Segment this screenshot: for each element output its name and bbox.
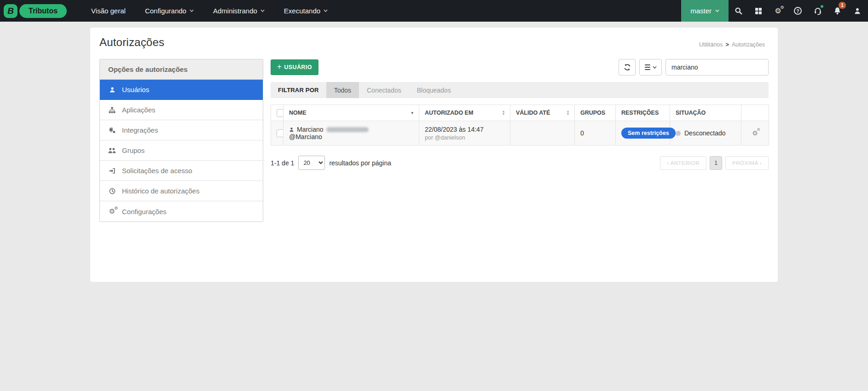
nav-label: Executando: [284, 7, 320, 15]
nav-visao-geral[interactable]: Visão geral: [81, 0, 135, 22]
refresh-button[interactable]: [619, 59, 636, 76]
user-menu-icon[interactable]: [847, 0, 867, 22]
cell-valido-ate: [510, 121, 575, 146]
online-status-dot: [820, 4, 824, 9]
apps-grid-icon[interactable]: [748, 0, 768, 22]
sidebar-item-grupos[interactable]: Grupos: [100, 140, 263, 161]
sidebar-item-label: Integrações: [122, 126, 158, 134]
breadcrumb: Utilitários>Autorizações: [699, 36, 769, 48]
cell-situacao: Desconectado: [670, 121, 741, 146]
restrictions-badge[interactable]: Sem restrições: [621, 128, 676, 139]
nav-executando[interactable]: Executando: [274, 0, 337, 22]
results-summary: 1-1 de 1: [271, 159, 294, 167]
sort-icon: ▴▾: [567, 110, 569, 116]
sidebar-item-label: Aplicações: [122, 106, 156, 114]
main-menu: Visão geral Configurando Administrando E…: [81, 0, 337, 22]
chevron-down-icon: [190, 9, 194, 12]
breadcrumb-separator: >: [725, 41, 729, 48]
sitemap-icon: [108, 107, 116, 113]
entity-selector-master[interactable]: master: [681, 0, 729, 22]
breadcrumb-parent[interactable]: Utilitários: [699, 41, 723, 48]
table-row: Marciano @Marciano 22/08/2023 às 14:47 p…: [271, 121, 769, 146]
entity-label: master: [690, 7, 712, 15]
cell-grupos: 0: [575, 121, 616, 146]
chevron-down-icon: [324, 9, 328, 12]
sidebar-item-label: Histórico de autorizações: [122, 187, 199, 195]
nav-administrando[interactable]: Administrando: [203, 0, 274, 22]
gears-icon: ⚙⚙: [752, 129, 758, 137]
page-size-select[interactable]: 20: [298, 156, 325, 170]
user-name: Marciano: [297, 126, 324, 133]
betha-logo-icon: B: [4, 4, 17, 18]
previous-page-button[interactable]: ‹ ANTERIOR: [660, 156, 706, 170]
notifications-bell-icon[interactable]: 1: [827, 0, 847, 22]
cell-nome: Marciano @Marciano: [284, 121, 419, 146]
column-header-restricoes: RESTRIÇÕES: [616, 105, 670, 121]
filter-tab-bloqueados[interactable]: Bloqueados: [409, 82, 459, 98]
app-logo[interactable]: B Tributos: [4, 4, 67, 18]
sort-desc-icon: ▾: [411, 111, 413, 115]
breadcrumb-current: Autorizações: [732, 41, 765, 48]
sidebar-item-label: Solicitações de acesso: [122, 167, 192, 175]
panel-header: Opções de autorizações: [100, 59, 263, 80]
nav-label: Configurando: [145, 7, 186, 15]
list-bars-icon: [645, 64, 650, 70]
page-title: Autorizações: [99, 36, 164, 49]
filter-tab-conectados[interactable]: Conectados: [359, 82, 409, 98]
history-clock-icon: [108, 188, 116, 194]
navbar-icon-group: ⚙⚙ ? 1: [729, 0, 868, 22]
filter-tab-todos[interactable]: Todos: [326, 82, 359, 98]
sidebar-item-aplicacoes[interactable]: Aplicações: [100, 100, 263, 120]
services-gear-icon[interactable]: ⚙⚙: [768, 0, 788, 22]
search-input[interactable]: [665, 59, 769, 76]
help-icon[interactable]: ?: [788, 0, 808, 22]
row-actions-button[interactable]: ⚙⚙: [741, 121, 769, 146]
users-main-area: + USUÁRIO: [271, 59, 769, 222]
users-group-icon: [108, 147, 116, 154]
page-number-button[interactable]: 1: [710, 156, 722, 170]
support-headset-icon[interactable]: [808, 0, 827, 22]
column-header-autorizado-em[interactable]: AUTORIZADO EM▴▾: [419, 105, 510, 121]
sidebar-item-configuracoes[interactable]: ⚙⚙ Configurações: [100, 201, 263, 222]
next-page-button[interactable]: PRÓXIMA ›: [725, 156, 769, 170]
user-icon: [108, 87, 116, 93]
sidebar-item-historico[interactable]: Histórico de autorizações: [100, 181, 263, 201]
list-options-button[interactable]: [639, 59, 662, 76]
column-header-nome[interactable]: NOME▾: [284, 105, 419, 121]
filter-bar: FILTRAR POR Todos Conectados Bloqueados: [271, 82, 769, 98]
plus-icon: +: [277, 62, 282, 71]
authorized-by: por @danielson: [425, 134, 504, 141]
column-header-actions: [741, 105, 769, 121]
top-navbar: B Tributos Visão geral Configurando Admi…: [0, 0, 868, 22]
cell-autorizado-em: 22/08/2023 às 14:47 por @danielson: [419, 121, 510, 146]
sidebar-item-solicitacoes[interactable]: Solicitações de acesso: [100, 161, 263, 181]
column-header-grupos: GRUPOS: [575, 105, 616, 121]
search-icon[interactable]: [729, 0, 748, 22]
authorization-options-panel: Opções de autorizações Usuários Aplicaçõ…: [99, 59, 263, 222]
sidebar-item-integracoes[interactable]: Integrações: [100, 120, 263, 140]
gears-icon: ⚙⚙: [108, 208, 116, 215]
offline-status-dot: [676, 131, 681, 136]
redacted-surname: [326, 127, 369, 132]
user-handle: @Marciano: [289, 133, 413, 140]
sidebar-item-label: Grupos: [122, 146, 145, 154]
content-card: Autorizações Utilitários>Autorizações Op…: [90, 28, 778, 282]
column-header-valido-ate[interactable]: VÁLIDO ATÉ▴▾: [510, 105, 575, 121]
add-user-button[interactable]: + USUÁRIO: [271, 59, 318, 75]
sidebar-item-label: Configurações: [122, 208, 167, 216]
sidebar-item-usuarios[interactable]: Usuários: [100, 80, 263, 100]
authorized-date: 22/08/2023 às 14:47: [425, 126, 504, 133]
product-name: Tributos: [19, 4, 67, 18]
users-table: NOME▾ AUTORIZADO EM▴▾ VÁLIDO ATÉ▴▾ GRUPO…: [271, 105, 769, 146]
nav-label: Administrando: [213, 7, 257, 15]
integration-icon: [108, 127, 116, 134]
sidebar-item-label: Usuários: [122, 86, 149, 93]
chevron-down-icon: [715, 9, 719, 12]
sign-in-icon: [108, 168, 116, 174]
add-user-label: USUÁRIO: [284, 64, 312, 70]
column-header-situacao: SITUAÇÃO: [670, 105, 741, 121]
user-icon: [289, 127, 294, 132]
chevron-down-icon: [260, 9, 265, 12]
nav-configurando[interactable]: Configurando: [135, 0, 203, 22]
nav-label: Visão geral: [91, 7, 126, 15]
